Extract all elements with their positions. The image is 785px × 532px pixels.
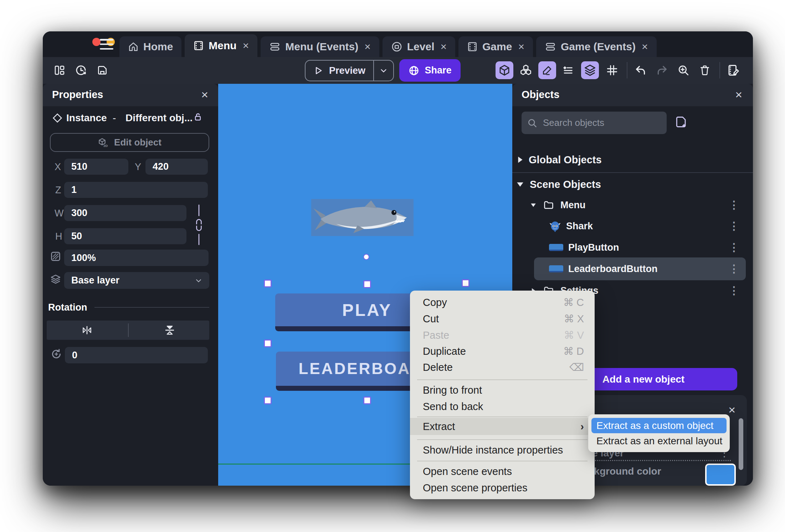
globe-icon <box>408 65 420 76</box>
add-object-folder-icon[interactable] <box>674 115 688 129</box>
submenu-item-extract-external-layout[interactable]: Extract as an external layout <box>591 433 727 449</box>
h-field[interactable]: 50 <box>64 228 186 244</box>
backspace-icon: ⌫ <box>569 361 584 373</box>
scene-icon <box>467 41 478 52</box>
menu-item-copy[interactable]: Copy⌘ C <box>410 294 595 311</box>
tab-menu-events[interactable]: Menu (Events) × <box>261 36 379 57</box>
unlock-icon[interactable] <box>193 112 203 122</box>
z-label: Z <box>55 185 61 196</box>
instance-properties-icon[interactable] <box>559 61 577 79</box>
menu-item-duplicate[interactable]: Duplicate⌘ D <box>410 343 595 359</box>
tab-game-events[interactable]: Game (Events) × <box>536 36 657 57</box>
global-objects-section[interactable]: Global Objects <box>512 150 753 170</box>
h-value: 50 <box>71 231 82 242</box>
rotate-handle[interactable] <box>363 254 369 260</box>
rotation-field[interactable]: 0 <box>65 347 208 363</box>
scrollbar-thumb[interactable] <box>739 418 743 470</box>
kebab-menu-icon[interactable]: ⋮ <box>729 242 739 253</box>
kebab-menu-icon[interactable]: ⋮ <box>729 264 739 274</box>
selection-handle-top-right[interactable] <box>462 279 470 287</box>
save-icon[interactable] <box>93 61 111 79</box>
menu-item-extract[interactable]: Extract › <box>410 418 595 435</box>
opacity-field[interactable]: 100% <box>64 250 209 266</box>
instances-icon[interactable] <box>517 61 535 79</box>
menu-item-open-scene-properties[interactable]: Open scene properties <box>410 480 595 496</box>
close-tab-icon[interactable]: × <box>642 41 648 53</box>
grid-icon[interactable] <box>603 61 621 79</box>
global-objects-label: Global Objects <box>529 154 602 166</box>
tab-game[interactable]: Game × <box>458 36 533 57</box>
close-window-button[interactable] <box>92 38 101 46</box>
chevron-down-icon <box>531 203 536 206</box>
flip-vertical-icon[interactable] <box>164 324 176 336</box>
history-icon[interactable] <box>72 61 90 79</box>
close-properties-icon[interactable]: × <box>201 88 208 101</box>
selection-handle-top-left[interactable] <box>264 280 272 287</box>
kebab-menu-icon[interactable]: ⋮ <box>729 285 739 296</box>
close-tab-icon[interactable]: × <box>518 41 524 53</box>
context-menu: Copy⌘ C Cut⌘ X Paste⌘ V Duplicate⌘ D Del… <box>410 291 595 499</box>
close-tab-icon[interactable]: × <box>441 41 447 53</box>
menu-divider <box>417 439 588 440</box>
y-field[interactable]: 420 <box>145 159 208 175</box>
share-button[interactable]: Share <box>399 59 461 82</box>
menu-item-paste[interactable]: Paste⌘ V <box>410 327 595 343</box>
events-icon <box>269 41 281 52</box>
tree-item-leaderboardbutton[interactable]: LeaderboardButton ⋮ <box>512 259 753 279</box>
zoom-in-icon[interactable] <box>674 61 692 79</box>
edit-object-button[interactable]: 2D Edit object <box>50 133 209 152</box>
menu-divider <box>417 461 588 461</box>
redo-icon[interactable] <box>653 61 671 79</box>
search-input[interactable] <box>542 117 661 129</box>
close-scene-properties-icon[interactable]: × <box>728 404 735 416</box>
submenu-item-extract-custom-object[interactable]: Extract as a custom object <box>591 418 727 433</box>
cube-2d-icon: 2D <box>98 137 108 148</box>
flip-horizontal-icon[interactable] <box>81 324 93 336</box>
scene-notes-icon[interactable] <box>724 61 742 79</box>
close-objects-icon[interactable]: × <box>735 88 742 101</box>
object-cube-icon[interactable] <box>496 61 513 79</box>
main-menu-icon[interactable] <box>100 39 113 50</box>
menu-item-show-hide-instance-properties[interactable]: Show/Hide instance properties <box>410 442 595 458</box>
panels-layout-icon[interactable] <box>51 61 68 79</box>
selection-handle-bottom-left[interactable] <box>264 397 272 404</box>
background-color-swatch[interactable] <box>705 464 736 486</box>
kebab-menu-icon[interactable]: ⋮ <box>729 221 739 231</box>
opacity-value: 100% <box>71 252 96 264</box>
selection-handle-bottom-center[interactable] <box>363 397 371 404</box>
tab-level[interactable]: Level × <box>383 36 455 57</box>
selection-handle-top-center[interactable] <box>363 280 371 288</box>
close-tab-icon[interactable]: × <box>243 40 249 52</box>
selection-handle-mid-left[interactable] <box>264 339 272 347</box>
layers-icon[interactable] <box>581 61 599 79</box>
edit-pencil-icon[interactable] <box>538 61 556 79</box>
menu-item-delete[interactable]: Delete⌫ <box>410 359 595 375</box>
scene-objects-section[interactable]: Scene Objects <box>512 174 753 194</box>
undo-icon[interactable] <box>632 61 650 79</box>
menu-item-send-to-back[interactable]: Send to back <box>410 398 595 415</box>
close-tab-icon[interactable]: × <box>364 41 371 53</box>
trash-icon[interactable] <box>696 61 714 79</box>
x-field[interactable]: 510 <box>64 159 128 175</box>
layer-select[interactable]: Base layer <box>64 272 209 289</box>
preview-button[interactable]: Preview <box>306 65 373 76</box>
tab-label: Menu <box>209 40 236 52</box>
z-field[interactable]: 1 <box>64 182 208 198</box>
tree-item-shark[interactable]: Shark ⋮ <box>512 216 753 236</box>
tree-item-playbutton[interactable]: PlayButton ⋮ <box>512 237 753 257</box>
preview-options-button[interactable] <box>373 61 393 81</box>
shark-sprite[interactable] <box>311 199 414 236</box>
w-field[interactable]: 300 <box>64 205 186 221</box>
menu-item-cut[interactable]: Cut⌘ X <box>410 311 595 327</box>
tab-menu[interactable]: Menu × <box>185 34 257 57</box>
menu-item-open-scene-events[interactable]: Open scene events <box>410 463 595 480</box>
dotted-divider <box>588 460 731 461</box>
menu-item-bring-to-front[interactable]: Bring to front <box>410 382 595 398</box>
link-width-height-icon[interactable] <box>194 204 204 245</box>
tab-home[interactable]: Home <box>119 36 181 57</box>
tree-label: PlayButton <box>568 242 619 253</box>
tab-label: Menu (Events) <box>285 41 358 53</box>
tree-folder-menu[interactable]: Menu ⋮ <box>512 195 753 215</box>
kebab-menu-icon[interactable]: ⋮ <box>729 200 739 210</box>
toolbar-separator <box>627 62 627 78</box>
